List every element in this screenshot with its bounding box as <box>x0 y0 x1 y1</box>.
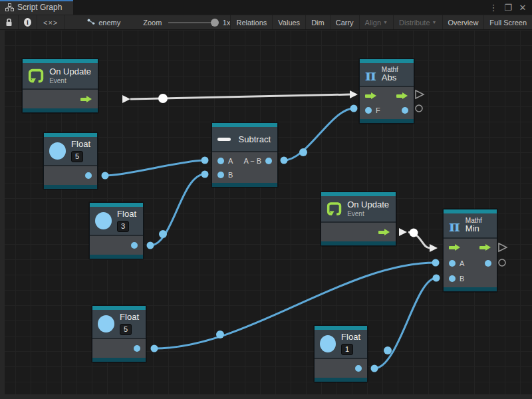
lock-button[interactable] <box>0 15 19 29</box>
flow-output-port[interactable] <box>80 96 92 103</box>
connection-onupdate2-min[interactable] <box>399 228 438 252</box>
flow-input-port[interactable] <box>449 244 461 251</box>
connection-float5b-min-a[interactable] <box>154 263 436 348</box>
node-accent-bottom <box>315 378 367 382</box>
flow-input-port[interactable] <box>365 92 377 100</box>
tab-title: Script Graph <box>17 3 62 12</box>
node-on-update-2[interactable]: On Update Event <box>321 192 396 246</box>
loop-event-icon <box>28 67 44 84</box>
connection-float3-subtract-b[interactable] <box>150 174 205 245</box>
node-mathf-abs[interactable]: π Mathf Abs F <box>359 59 414 124</box>
zoom-slider[interactable] <box>168 22 217 23</box>
chevron-down-icon: ▼ <box>383 20 388 25</box>
node-subtitle: Event <box>49 77 91 85</box>
align-button[interactable]: Align ▼ <box>360 15 394 29</box>
relations-button[interactable]: Relations <box>230 15 273 29</box>
pi-icon: π <box>365 67 376 82</box>
port-label: B <box>460 275 464 283</box>
value-output-port[interactable] <box>402 107 408 114</box>
chevron-down-icon: ▼ <box>432 20 437 25</box>
node-title: Subtract <box>239 134 271 144</box>
node-accent-bottom <box>212 183 277 187</box>
full-screen-button[interactable]: Full Screen <box>484 15 532 29</box>
edit-code-button[interactable]: <×> <box>37 15 65 29</box>
connection-subtract-abs-f[interactable] <box>284 108 354 160</box>
port-label: F <box>376 106 380 114</box>
abs-flow-output-stub[interactable] <box>416 90 424 98</box>
float-value-input[interactable]: 1 <box>341 344 353 355</box>
overview-button[interactable]: Overview <box>443 15 485 29</box>
node-mathf-min[interactable]: π Mathf Min A B <box>443 209 497 292</box>
tab-script-graph[interactable]: Script Graph <box>0 0 73 15</box>
float-icon <box>98 315 114 332</box>
value-output-port[interactable] <box>85 172 92 179</box>
maximize-icon[interactable]: ❐ <box>501 3 515 13</box>
input-port-b[interactable] <box>449 275 456 282</box>
output-port-a-minus-b[interactable] <box>265 158 272 164</box>
float-value-input[interactable]: 3 <box>117 221 129 232</box>
toolbar-buttons: Relations Values Dim Carry Align ▼ Distr… <box>230 15 532 29</box>
node-subtitle: Event <box>347 210 389 218</box>
node-accent-bottom <box>90 255 143 259</box>
close-icon[interactable]: ✕ <box>516 3 529 13</box>
float-icon <box>320 335 336 352</box>
values-button[interactable]: Values <box>273 15 306 29</box>
menu-icon[interactable]: ⋮ <box>487 3 500 13</box>
tab-bar: Script Graph ⋮ ❐ ✕ <box>0 0 532 15</box>
node-title: Float <box>120 313 139 323</box>
connection-float5a-subtract-a[interactable] <box>105 160 205 176</box>
graph-canvas[interactable]: On Update Event Float 5 <box>0 30 532 399</box>
zoom-label: Zoom <box>143 19 162 27</box>
distribute-button[interactable]: Distribute ▼ <box>394 15 442 29</box>
zoom-slider-handle[interactable] <box>211 19 219 27</box>
connection-float1-min-b[interactable] <box>374 278 436 368</box>
pi-icon: π <box>449 218 460 233</box>
value-output-port[interactable] <box>485 260 491 267</box>
node-title: Float <box>71 140 90 150</box>
input-port-b[interactable] <box>217 172 224 178</box>
min-flow-output-stub[interactable] <box>499 243 507 251</box>
port-label: B <box>228 171 233 179</box>
node-on-update-1[interactable]: On Update Event <box>22 59 98 113</box>
value-output-port[interactable] <box>131 242 138 249</box>
code-icon: <×> <box>43 19 58 27</box>
node-float-5a[interactable]: Float 5 <box>43 132 98 190</box>
value-output-port[interactable] <box>134 345 140 352</box>
lock-icon <box>5 18 13 27</box>
node-accent-bottom <box>321 241 396 245</box>
port-label: A − B <box>243 157 261 165</box>
graph-name-label[interactable]: enemy <box>98 19 120 27</box>
float-icon <box>49 142 66 160</box>
port-label: A <box>228 157 233 165</box>
abs-value-output-stub[interactable] <box>416 105 422 112</box>
value-output-port[interactable] <box>355 365 362 372</box>
node-float-5b[interactable]: Float 5 <box>92 305 146 362</box>
dim-button[interactable]: Dim <box>306 15 331 29</box>
min-value-output-stub[interactable] <box>499 259 505 266</box>
input-port-a[interactable] <box>449 260 456 267</box>
node-title: On Update <box>49 67 91 77</box>
loop-event-icon <box>327 200 342 217</box>
float-value-input[interactable]: 5 <box>71 151 83 162</box>
flow-output-port[interactable] <box>378 229 390 236</box>
node-accent-bottom <box>360 119 414 123</box>
input-port-a[interactable] <box>217 158 224 164</box>
node-float-3[interactable]: Float 3 <box>89 202 144 259</box>
node-float-1[interactable]: Float 1 <box>314 325 368 382</box>
inspect-button[interactable]: i <box>19 15 37 29</box>
window-controls: ⋮ ❐ ✕ <box>487 0 532 15</box>
graph-reference-icon <box>87 18 96 27</box>
carry-button[interactable]: Carry <box>331 15 360 29</box>
flow-output-port[interactable] <box>396 92 408 100</box>
canvas-bottom-edge <box>0 394 532 399</box>
zoom-value: 1x <box>223 19 231 27</box>
node-subtract[interactable]: Subtract A A − B B <box>211 122 278 188</box>
node-title: Min <box>466 224 482 234</box>
node-accent-bottom <box>92 358 146 362</box>
canvas-left-edge <box>0 30 5 399</box>
float-value-input[interactable]: 5 <box>120 324 132 335</box>
connection-onupdate1-abs[interactable] <box>122 90 358 103</box>
flow-output-port[interactable] <box>479 244 491 251</box>
float-icon <box>95 212 112 229</box>
input-port-f[interactable] <box>365 107 372 114</box>
